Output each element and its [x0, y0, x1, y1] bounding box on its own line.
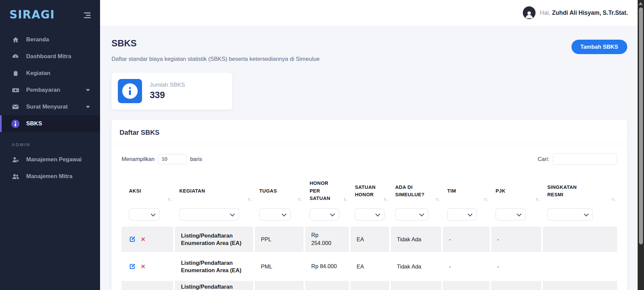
summary-card: Jumlah SBKS 339 [111, 73, 232, 110]
add-sbks-button[interactable]: Tambah SBKS [571, 40, 627, 54]
filter-select-kegiatan[interactable] [179, 208, 239, 220]
user-name: Zuhdi Ali Hisyam, S.Tr.Stat. [552, 9, 628, 16]
search-input[interactable] [553, 153, 617, 165]
filter-select-satuan[interactable] [355, 208, 384, 220]
show-rows-label-suffix: baris [190, 156, 202, 162]
sbks-table: AKSI↑↓ KEGIATAN↑↓ TUGAS↑↓ HONOR PER SATU… [122, 173, 617, 290]
sort-icon[interactable]: ↑↓ [298, 195, 302, 203]
main-area: Hai, Zuhdi Ali Hisyam, S.Tr.Stat. SBKS D… [100, 0, 644, 290]
sidebar-item-label: Beranda [26, 36, 49, 43]
filter-select-pjk[interactable] [496, 208, 526, 220]
page-title: SBKS [111, 38, 320, 49]
sidebar-item-sbks[interactable]: SBKS [0, 115, 100, 132]
sidebar-toggle-icon[interactable] [84, 11, 91, 18]
summary-card-value: 339 [150, 90, 185, 100]
filter-select-tim[interactable] [447, 208, 477, 220]
table-controls: Menampilkan baris Cari: [122, 153, 617, 165]
filter-select-aksi[interactable] [129, 208, 160, 220]
delete-icon[interactable]: ✕ [141, 237, 145, 242]
home-icon [11, 36, 19, 44]
sidebar-item-beranda[interactable]: Beranda [0, 31, 100, 48]
cell-satuan-honor [349, 281, 389, 290]
column-header-aksi: AKSI↑↓ [122, 173, 173, 208]
sidebar-item-dashboard-mitra[interactable]: Dashboard Mitra [0, 48, 100, 65]
delete-icon[interactable]: ✕ [141, 264, 145, 270]
cell-satuan-honor: EA [349, 226, 389, 254]
rows-per-page-input[interactable] [158, 154, 187, 164]
column-header-tim: TIM↑↓ [441, 173, 490, 208]
sidebar-item-label: Surat Menyurat [26, 103, 68, 110]
cell-pjk: - [490, 254, 541, 281]
table-filter-row [122, 208, 617, 226]
chevron-down-icon [86, 89, 90, 91]
clipboard-icon [11, 69, 19, 77]
cell-ada-di-simeulue: Tidak Ada [389, 226, 441, 254]
sidebar: SIRAGI Beranda Dashboard Mitra Keg [0, 0, 100, 290]
show-rows-label-prefix: Menampilkan [122, 156, 154, 162]
filter-select-ada-di-simeulue[interactable] [395, 208, 428, 220]
sidebar-item-label: Dashboard Mitra [26, 53, 71, 60]
cell-singkatan-resmi [541, 281, 617, 290]
scroll-up-icon[interactable] [639, 2, 643, 5]
panel-title: Daftar SBKS [111, 120, 627, 144]
sort-icon[interactable]: ↑↓ [383, 195, 387, 203]
sort-icon[interactable]: ↑↓ [343, 195, 347, 203]
chevron-down-icon [86, 106, 90, 108]
sort-icon[interactable]: ↑↓ [484, 195, 488, 203]
user-greeting: Hai, Zuhdi Ali Hisyam, S.Tr.Stat. [540, 9, 628, 16]
sidebar-item-label: SBKS [26, 120, 42, 127]
app-logo: SIRAGI [9, 8, 55, 21]
filter-select-honor[interactable] [310, 208, 339, 220]
edit-icon[interactable] [129, 263, 136, 270]
sort-icon[interactable]: ↑↓ [536, 195, 539, 203]
cell-pjk [490, 281, 541, 290]
cell-honor [304, 281, 349, 290]
sort-icon[interactable]: ↑↓ [247, 195, 251, 203]
page-content: SBKS Daftar standar biaya kegiatan stati… [100, 26, 644, 290]
money-icon [11, 86, 19, 94]
info-circle-icon [11, 120, 19, 128]
sort-icon[interactable]: ↑↓ [435, 195, 439, 203]
envelope-icon [11, 103, 19, 111]
cell-tugas [253, 281, 304, 290]
sidebar-item-label: Pembayaran [26, 87, 60, 93]
sidebar-item-kegiatan[interactable]: Kegiatan [0, 65, 100, 82]
cell-ada-di-simeulue: Tidak Ada [389, 254, 441, 281]
table-row: ✕ Listing/Pendaftaran Enumeration Area (… [122, 226, 617, 254]
filter-select-tugas[interactable] [259, 208, 291, 220]
sidebar-item-label: Kegiatan [26, 70, 50, 77]
sort-icon[interactable]: ↑↓ [168, 195, 171, 203]
column-header-kegiatan: KEGIATAN↑↓ [173, 173, 253, 208]
sidebar-section-admin: ADMIN [0, 132, 100, 151]
table-header-row: AKSI↑↓ KEGIATAN↑↓ TUGAS↑↓ HONOR PER SATU… [122, 173, 617, 208]
cell-tugas: PML [253, 254, 304, 281]
sidebar-item-manajemen-pegawai[interactable]: Manajemen Pegawai [0, 151, 100, 168]
gauge-icon [11, 52, 19, 60]
filter-select-singkatan[interactable] [547, 208, 593, 220]
cell-honor: Rp 84.000 [304, 254, 349, 281]
sidebar-header: SIRAGI [0, 0, 100, 31]
app-root: SIRAGI Beranda Dashboard Mitra Keg [0, 0, 644, 290]
column-header-tugas: TUGAS↑↓ [253, 173, 304, 208]
users-gear-icon [11, 156, 19, 164]
cell-satuan-honor: EA [349, 254, 389, 281]
cell-tim [441, 281, 490, 290]
cell-singkatan-resmi [541, 254, 617, 281]
cell-kegiatan: Listing/Pendaftaran Enumeration Area (EA… [173, 281, 253, 290]
column-header-satuan-honor: SATUAN HONOR↑↓ [349, 173, 389, 208]
sort-icon[interactable]: ↑↓ [611, 195, 615, 203]
summary-card-label: Jumlah SBKS [150, 82, 185, 88]
scrollbar-thumb[interactable] [639, 7, 643, 244]
column-header-honor-per-satuan: HONOR PER SATUAN↑↓ [304, 173, 349, 208]
cell-tim: - [441, 226, 490, 254]
sidebar-item-pembayaran[interactable]: Pembayaran [0, 82, 100, 98]
sidebar-nav: Beranda Dashboard Mitra Kegiatan Pembaya… [0, 31, 100, 185]
topbar: Hai, Zuhdi Ali Hisyam, S.Tr.Stat. [100, 0, 644, 26]
avatar[interactable] [523, 6, 536, 19]
cell-ada-di-simeulue [389, 281, 441, 290]
sidebar-item-manajemen-mitra[interactable]: Manajemen Mitra [0, 168, 100, 185]
sidebar-item-surat-menyurat[interactable]: Surat Menyurat [0, 98, 100, 115]
cell-tim: - [441, 254, 490, 281]
scrollbar[interactable] [638, 0, 644, 290]
edit-icon[interactable] [129, 236, 136, 243]
